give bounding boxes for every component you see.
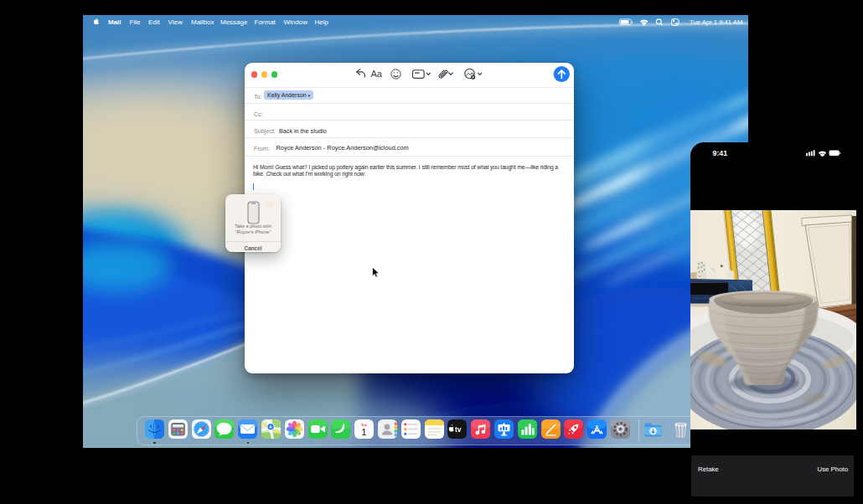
svg-text:1: 1 bbox=[361, 427, 366, 437]
svg-text:tv: tv bbox=[455, 425, 462, 434]
svg-text:Aa: Aa bbox=[371, 69, 383, 79]
